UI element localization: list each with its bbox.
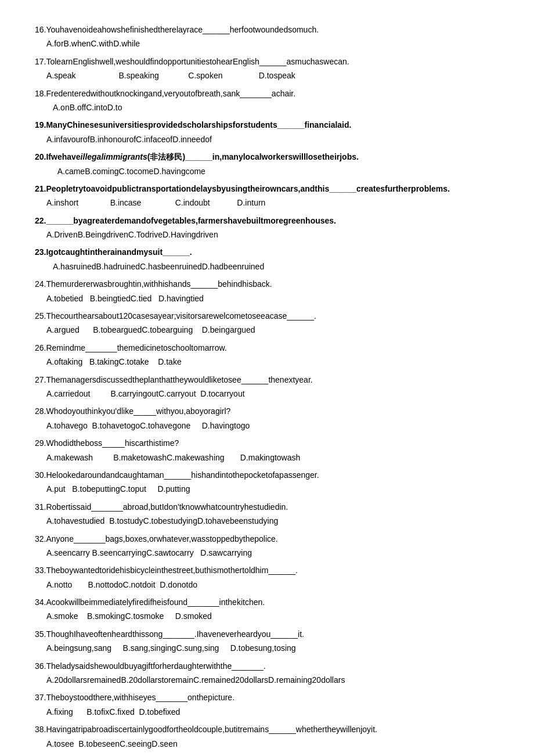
question-block: 23.Igotcaughtintherainandmysuit______. A… <box>35 246 499 273</box>
question-text: 20.Ifwehaveillegalimmigrants(非法移民)______… <box>35 150 499 163</box>
question-block: 26.Remindme_______themedicinetoschooltom… <box>35 341 499 369</box>
question-text: 38.Havingatripabroadiscertainlygoodforth… <box>35 723 499 736</box>
question-text: 22.______byagreaterdemandofvegetables,fa… <box>35 214 499 227</box>
question-text: 19.ManyChinesesuniversitiesprovidedschol… <box>35 118 499 131</box>
question-block: 33.Theboywantedtoridehisbicycleinthestre… <box>35 564 499 591</box>
question-text: 23.Igotcaughtintherainandmysuit______. <box>35 246 499 258</box>
options-text: A.seencarry B.seencarryingC.sawtocarry D… <box>46 546 499 559</box>
question-block: 37.Theboystoodthere,withhiseyes_______on… <box>35 691 499 718</box>
question-text: 32.Anyone_______bags,boxes,orwhatever,wa… <box>35 532 499 545</box>
options-text: A.beingsung,sang B.sang,singingC.sung,si… <box>46 642 499 654</box>
options-text: A.carriedout B.carryingoutC.carryout D.t… <box>46 387 499 400</box>
question-block: 20.Ifwehaveillegalimmigrants(非法移民)______… <box>35 150 499 178</box>
options-text: A.argued B.tobearguedC.tobearguing D.bei… <box>46 323 499 336</box>
question-text: 37.Theboystoodthere,withhiseyes_______on… <box>35 691 499 704</box>
options-text: A.smoke B.smokingC.tosmoke D.smoked <box>46 610 499 622</box>
question-text: 17.TolearnEnglishwell,weshouldfindopport… <box>35 55 499 68</box>
question-text: 36.Theladysaidshewouldbuyagiftforherdaug… <box>35 660 499 672</box>
options-text: A.infavourofB.inhonourofC.infaceofD.inne… <box>46 133 499 146</box>
question-block: 32.Anyone_______bags,boxes,orwhatever,wa… <box>35 532 499 560</box>
question-block: 29.Whodidtheboss_____hiscarthistime?A.ma… <box>35 437 499 464</box>
question-block: 16.Youhavenoideahowshefinishedtherelayra… <box>35 23 499 51</box>
question-text: 30.Helookedaroundandcaughtaman______hish… <box>35 469 499 481</box>
question-block: 17.TolearnEnglishwell,weshouldfindopport… <box>35 55 499 82</box>
content-area: 16.Youhavenoideahowshefinishedtherelayra… <box>35 23 499 756</box>
question-text: 21.Peopletrytoavoidpublictransportationd… <box>35 182 499 195</box>
options-text: A.20dollarsremainedB.20dollarstoremainC.… <box>46 674 499 686</box>
question-block: 27.Themanagersdiscussedtheplanthattheywo… <box>35 373 499 401</box>
question-text: 26.Remindme_______themedicinetoschooltom… <box>35 341 499 354</box>
question-text: 35.ThoughIhaveoftenheardthissong_______.… <box>35 628 499 640</box>
question-block: 28.Whodoyouthinkyou'dlike_____withyou,ab… <box>35 405 499 432</box>
options-text: A.hasruinedB.hadruinedC.hasbeenruinedD.h… <box>46 260 499 273</box>
options-text: A.forB.whenC.withD.while <box>46 37 499 50</box>
question-block: 22.______byagreaterdemandofvegetables,fa… <box>35 214 499 242</box>
options-text: A.fixing B.tofixC.fixed D.tobefixed <box>46 705 499 718</box>
question-block: 30.Helookedaroundandcaughtaman______hish… <box>35 469 499 496</box>
options-text: A.makewash B.maketowashC.makewashing D.m… <box>46 451 499 464</box>
question-text: 18.Fredenteredwithoutknockingand,veryout… <box>35 87 499 100</box>
question-text: 24.Themurdererwasbroughtin,withhishands_… <box>35 278 499 290</box>
question-block: 25.Thecourthearsabout120casesayear;visit… <box>35 309 499 337</box>
options-text: A.speak B.speaking C.spoken D.tospeak <box>46 69 499 82</box>
question-text: 33.Theboywantedtoridehisbicycleinthestre… <box>35 564 499 577</box>
question-text: 25.Thecourthearsabout120casesayear;visit… <box>35 309 499 322</box>
question-text: 28.Whodoyouthinkyou'dlike_____withyou,ab… <box>35 405 499 417</box>
options-text: A.inshort B.incase C.indoubt D.inturn <box>46 196 499 209</box>
question-block: 24.Themurdererwasbroughtin,withhishands_… <box>35 278 499 305</box>
options-text: A.tosee B.tobeseenC.seeingD.seen <box>46 737 499 750</box>
question-block: 19.ManyChinesesuniversitiesprovidedschol… <box>35 118 499 146</box>
options-text: A.onB.offC.intoD.to <box>46 101 499 114</box>
options-text: A.tohavego B.tohavetogoC.tohavegone D.ha… <box>46 419 499 432</box>
question-text: 31.Robertissaid_______abroad,butIdon'tkn… <box>35 501 499 513</box>
question-block: 31.Robertissaid_______abroad,butIdon'tkn… <box>35 501 499 528</box>
question-block: 21.Peopletrytoavoidpublictransportationd… <box>35 182 499 210</box>
question-text: 27.Themanagersdiscussedtheplanthattheywo… <box>35 373 499 386</box>
options-text: A.oftaking B.takingC.totake D.take <box>46 355 499 368</box>
question-block: 34.Acookwillbeimmediatelyfiredifheisfoun… <box>35 596 499 623</box>
question-text: 29.Whodidtheboss_____hiscarthistime? <box>35 437 499 449</box>
question-block: 35.ThoughIhaveoftenheardthissong_______.… <box>35 628 499 655</box>
options-text: A.notto B.nottodoC.notdoit D.donotdo <box>46 578 499 591</box>
question-text: 16.Youhavenoideahowshefinishedtherelayra… <box>35 23 499 36</box>
question-block: 38.Havingatripabroadiscertainlygoodforth… <box>35 723 499 750</box>
options-text: A.tohavestudied B.tostudyC.tobestudyingD… <box>46 514 499 527</box>
options-text: A.cameB.comingC.tocomeD.havingcome <box>46 165 499 178</box>
options-text: A.put B.tobeputtingC.toput D.putting <box>46 483 499 495</box>
options-text: A.DrivenB.BeingdrivenC.TodriveD.Havingdr… <box>46 228 499 241</box>
question-block: 18.Fredenteredwithoutknockingand,veryout… <box>35 87 499 114</box>
options-text: A.tobetied B.beingtiedC.tied D.havingtie… <box>46 292 499 305</box>
question-block: 36.Theladysaidshewouldbuyagiftforherdaug… <box>35 660 499 687</box>
question-text: 34.Acookwillbeimmediatelyfiredifheisfoun… <box>35 596 499 609</box>
